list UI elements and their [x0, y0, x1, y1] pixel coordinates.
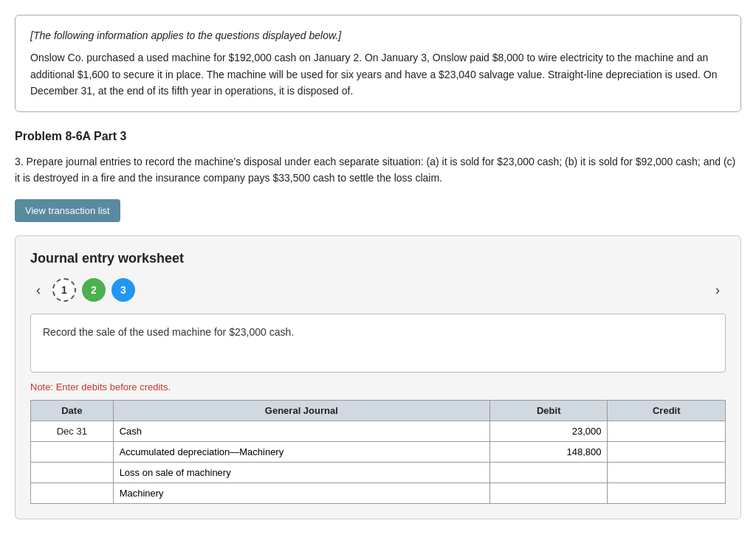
debit-cell[interactable] [490, 483, 608, 504]
desc-cell[interactable] [113, 442, 489, 463]
problem-title: Problem 8-6A Part 3 [15, 130, 741, 143]
desc-input[interactable] [120, 467, 484, 478]
info-italic-line: [The following information applies to th… [30, 27, 726, 44]
table-row: Dec 31 [31, 421, 726, 442]
desc-cell[interactable] [113, 483, 489, 504]
date-cell [31, 483, 114, 504]
credit-cell[interactable] [608, 442, 726, 463]
date-cell: Dec 31 [31, 421, 114, 442]
credit-input[interactable] [614, 467, 719, 478]
col-header-general-journal: General Journal [113, 401, 489, 421]
credit-cell[interactable] [608, 483, 726, 504]
nav-row: ‹ 1 2 3 › [30, 278, 726, 302]
nav-btn-1[interactable]: 1 [52, 278, 76, 302]
nav-btn-2[interactable]: 2 [82, 278, 106, 302]
desc-cell[interactable] [113, 463, 489, 483]
debit-input[interactable] [496, 488, 601, 499]
journal-table: Date General Journal Debit Credit Dec 31 [30, 400, 726, 504]
table-row [31, 442, 726, 463]
info-body: Onslow Co. purchased a used machine for … [30, 49, 726, 99]
debit-input[interactable] [496, 426, 601, 437]
credit-cell[interactable] [608, 421, 726, 442]
next-button[interactable]: › [709, 280, 726, 301]
table-row [31, 483, 726, 504]
table-row [31, 463, 726, 483]
desc-input[interactable] [120, 426, 484, 437]
problem-description: 3. Prepare journal entries to record the… [15, 153, 741, 187]
date-cell [31, 463, 114, 483]
debit-cell[interactable] [490, 463, 608, 483]
debit-cell[interactable] [490, 421, 608, 442]
credit-input[interactable] [614, 488, 719, 499]
credit-input[interactable] [614, 446, 719, 457]
info-box: [The following information applies to th… [15, 15, 741, 112]
prev-button[interactable]: ‹ [30, 280, 47, 301]
view-transaction-list-button[interactable]: View transaction list [15, 199, 120, 222]
desc-input[interactable] [120, 446, 484, 457]
col-header-credit: Credit [608, 401, 726, 421]
debit-cell[interactable] [490, 442, 608, 463]
desc-cell[interactable] [113, 421, 489, 442]
col-header-debit: Debit [490, 401, 608, 421]
col-header-date: Date [31, 401, 114, 421]
credit-cell[interactable] [608, 463, 726, 483]
desc-input[interactable] [120, 488, 484, 499]
journal-entry-worksheet: Journal entry worksheet ‹ 1 2 3 › Record… [15, 235, 741, 519]
nav-btn-3[interactable]: 3 [111, 278, 135, 302]
debit-input[interactable] [496, 467, 601, 478]
worksheet-title: Journal entry worksheet [30, 251, 726, 266]
credit-input[interactable] [614, 426, 719, 437]
record-prompt: Record the sale of the used machine for … [30, 314, 726, 373]
note-text: Note: Enter debits before credits. [30, 381, 726, 392]
debit-input[interactable] [496, 446, 601, 457]
date-cell [31, 442, 114, 463]
